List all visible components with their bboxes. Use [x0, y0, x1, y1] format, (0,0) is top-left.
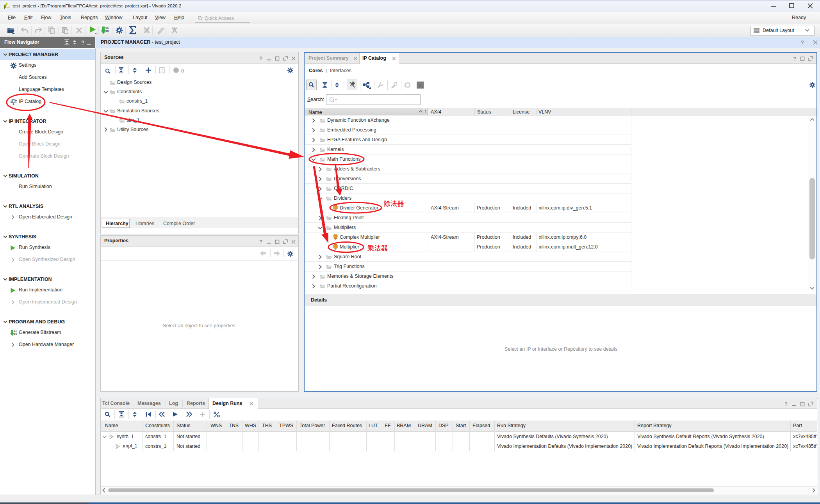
svg-text:?: ?	[801, 40, 804, 45]
svg-text:i: i	[419, 82, 421, 88]
svg-text:01: 01	[105, 27, 109, 30]
svg-text:10: 10	[105, 30, 109, 33]
svg-text:?: ?	[161, 68, 163, 73]
svg-text:?: ?	[784, 401, 788, 407]
svg-text:?: ?	[793, 56, 796, 62]
svg-text:01: 01	[14, 330, 17, 333]
svg-text:?: ?	[81, 39, 85, 45]
svg-text:10: 10	[14, 333, 17, 335]
